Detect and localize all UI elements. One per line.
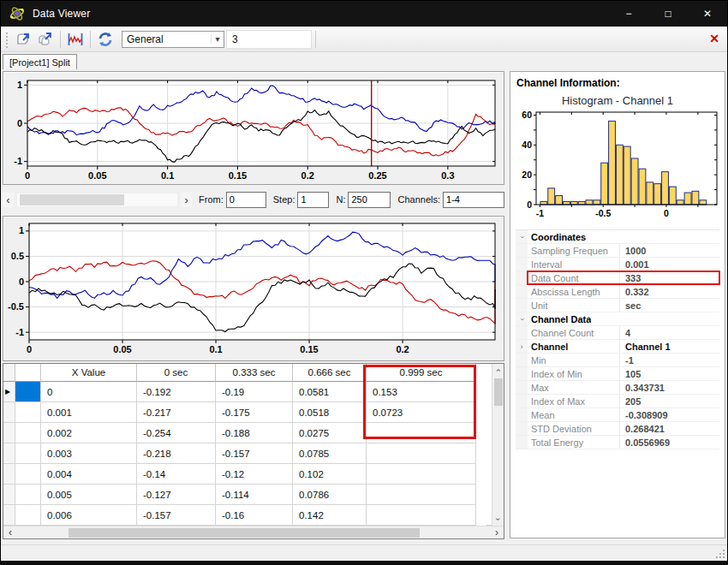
panel-close-button[interactable]: ✕: [707, 31, 722, 46]
signal-chart-full[interactable]: 00.050.10.150.20.250.3-101: [3, 72, 498, 184]
cell[interactable]: -0.16: [216, 505, 293, 526]
cell[interactable]: -0.14: [137, 464, 216, 485]
cell[interactable]: -0.12: [216, 464, 293, 485]
property-row-abscissa-length[interactable]: Abscissa Length0.332: [516, 285, 719, 299]
count-field[interactable]: 3: [226, 30, 312, 49]
scroll-right-icon[interactable]: ›: [181, 193, 192, 207]
cell[interactable]: -0.188: [216, 423, 293, 443]
property-row-mean[interactable]: Mean-0.308909: [516, 408, 719, 422]
close-button[interactable]: ✕: [688, 1, 727, 27]
table-row[interactable]: 0.006-0.157-0.160.142: [3, 505, 486, 526]
property-grid[interactable]: ›CoordinatesSampling Frequen1000Interval…: [516, 229, 719, 449]
cell[interactable]: -0.19: [216, 382, 293, 402]
n-input[interactable]: [348, 192, 391, 208]
cell[interactable]: [367, 505, 476, 526]
cell[interactable]: 0: [41, 382, 137, 402]
property-row-sampling-frequen[interactable]: Sampling Frequen1000: [516, 244, 719, 258]
tab-project1-split[interactable]: [Project1] Split: [3, 54, 77, 69]
scroll-left-icon[interactable]: ‹: [3, 526, 17, 538]
cell[interactable]: [367, 423, 476, 443]
column-header[interactable]: 0 sec: [137, 364, 216, 382]
cell[interactable]: -0.254: [137, 423, 216, 443]
cell[interactable]: [367, 443, 476, 464]
cell[interactable]: [15, 485, 41, 505]
property-row-min[interactable]: Min-1: [516, 354, 719, 367]
scrollbar-thumb[interactable]: [20, 194, 124, 205]
cell[interactable]: 0.0785: [293, 443, 367, 464]
from-input[interactable]: [226, 192, 266, 208]
minimize-button[interactable]: −: [609, 1, 648, 27]
column-header[interactable]: 0.333 sec: [216, 364, 293, 382]
cell[interactable]: 0.002: [41, 423, 137, 443]
cell[interactable]: [15, 464, 41, 485]
cell[interactable]: 0.0581: [293, 382, 367, 402]
table-row[interactable]: 0.001-0.217-0.1750.05180.0723: [3, 402, 486, 423]
cell[interactable]: 0.0723: [367, 402, 476, 423]
signal-chart-zoom[interactable]: 00.050.10.150.2-1-0.500.51: [3, 217, 498, 359]
property-row-coordinates[interactable]: ›Coordinates: [516, 230, 719, 244]
cell[interactable]: -0.114: [216, 485, 293, 505]
cell[interactable]: 0.006: [41, 505, 137, 526]
cell[interactable]: [15, 443, 41, 464]
cell[interactable]: 0.0518: [293, 402, 367, 423]
cell[interactable]: 0.0786: [293, 485, 367, 505]
property-row-unit[interactable]: Unitsec: [516, 299, 719, 312]
column-header[interactable]: 0.666 sec: [293, 364, 367, 382]
property-row-channel[interactable]: ›ChannelChannel 1: [516, 340, 719, 354]
cell[interactable]: 0.004: [41, 464, 137, 485]
export-plot-button[interactable]: [12, 29, 34, 50]
mode-combobox[interactable]: General ▾: [122, 31, 224, 48]
scroll-left-icon[interactable]: ‹: [3, 193, 14, 207]
table-row[interactable]: 0.004-0.14-0.120.102: [3, 464, 486, 485]
cell[interactable]: -0.175: [216, 402, 293, 423]
property-row-total-energy[interactable]: Total Energy0.0556969: [516, 436, 719, 449]
cell[interactable]: -0.218: [137, 443, 216, 464]
data-table[interactable]: X Value0 sec0.333 sec0.666 sec0.999 sec▶…: [3, 364, 486, 526]
refresh-button[interactable]: [94, 29, 116, 50]
cell[interactable]: 0.005: [41, 485, 137, 505]
position-scrollbar[interactable]: [16, 193, 179, 207]
cell[interactable]: 0.003: [41, 443, 137, 464]
table-horizontal-scrollbar[interactable]: ‹ ›: [3, 526, 504, 538]
table-row[interactable]: 0.005-0.127-0.1140.0786: [3, 485, 486, 505]
property-row-index-of-max[interactable]: Index of Max205: [516, 395, 719, 408]
cell[interactable]: -0.157: [216, 443, 293, 464]
maximize-button[interactable]: □: [648, 1, 688, 27]
cell[interactable]: 0.102: [293, 464, 367, 485]
cell[interactable]: -0.192: [137, 382, 216, 402]
table-row[interactable]: 0.002-0.254-0.1880.0275: [3, 423, 486, 443]
property-row-channel-data[interactable]: ›Channel Data: [516, 312, 719, 326]
selected-cell[interactable]: [15, 382, 41, 402]
column-header[interactable]: X Value: [41, 364, 137, 382]
cell[interactable]: 0.153: [367, 382, 476, 402]
plot-view-button[interactable]: [64, 29, 87, 50]
column-header[interactable]: 0.999 sec: [367, 364, 476, 382]
property-row-channel-count[interactable]: Channel Count4: [516, 326, 719, 340]
property-row-std-deviation[interactable]: STD Deviation0.268421: [516, 422, 719, 436]
cell[interactable]: 0.0275: [293, 423, 367, 443]
scroll-down-icon[interactable]: ›: [497, 513, 499, 526]
column-header[interactable]: [3, 364, 15, 382]
cell[interactable]: [15, 402, 41, 423]
property-row-interval[interactable]: Interval0.001: [516, 258, 719, 271]
horizontal-scrollbar-thumb[interactable]: [69, 528, 420, 538]
cell[interactable]: -0.127: [137, 485, 216, 505]
cell[interactable]: [367, 485, 476, 505]
cell[interactable]: [15, 505, 41, 526]
vertical-scrollbar-thumb[interactable]: [494, 378, 503, 406]
property-row-max[interactable]: Max0.343731: [516, 381, 719, 395]
property-row-index-of-min[interactable]: Index of Min105: [516, 367, 719, 381]
column-header[interactable]: [15, 364, 41, 382]
table-vertical-scrollbar[interactable]: › ›: [492, 364, 504, 526]
property-row-data-count[interactable]: Data Count333: [516, 271, 719, 285]
cell[interactable]: -0.157: [137, 505, 216, 526]
scroll-up-icon[interactable]: ›: [497, 364, 499, 377]
channels-input[interactable]: [443, 192, 504, 208]
cell[interactable]: -0.217: [137, 402, 216, 423]
cell[interactable]: [367, 464, 476, 485]
table-row[interactable]: 0.003-0.218-0.1570.0785: [3, 443, 486, 464]
resize-grip-icon[interactable]: [715, 549, 725, 559]
step-input[interactable]: [297, 192, 329, 208]
cell[interactable]: [15, 423, 41, 443]
table-row[interactable]: ▶0-0.192-0.190.05810.153: [3, 382, 486, 402]
